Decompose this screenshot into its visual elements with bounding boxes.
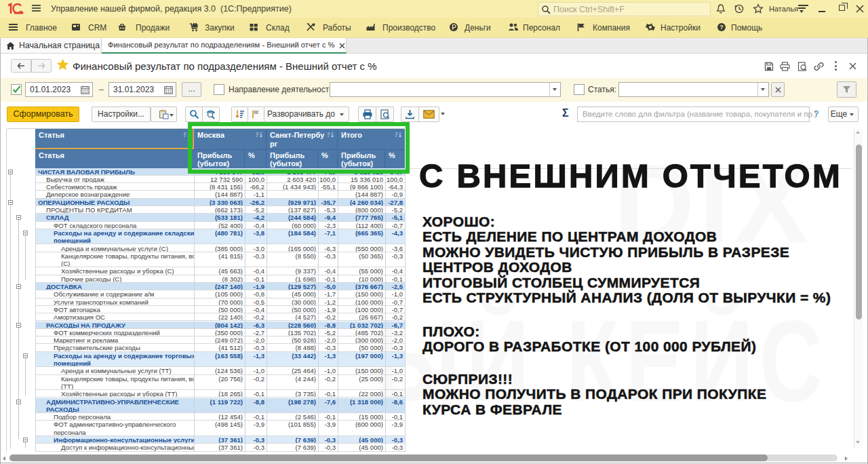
svg-text:?: ? — [719, 24, 724, 31]
